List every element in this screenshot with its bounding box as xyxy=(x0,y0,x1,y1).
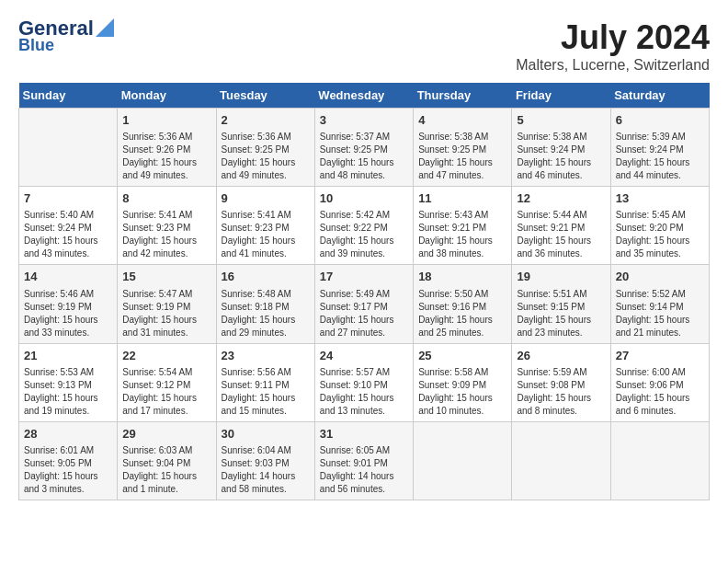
day-number: 30 xyxy=(222,426,310,442)
header-row: SundayMondayTuesdayWednesdayThursdayFrid… xyxy=(19,83,710,109)
page-header: General Blue July 2024 Malters, Lucerne,… xyxy=(18,18,710,74)
calendar-week-row: 7Sunrise: 5:40 AMSunset: 9:24 PMDaylight… xyxy=(19,187,710,265)
day-info: Sunrise: 5:46 AMSunset: 9:19 PMDaylight:… xyxy=(24,288,112,339)
day-info: Sunrise: 5:38 AMSunset: 9:25 PMDaylight:… xyxy=(418,131,506,182)
day-info: Sunrise: 5:45 AMSunset: 9:20 PMDaylight:… xyxy=(616,209,704,260)
calendar-cell: 29Sunrise: 6:03 AMSunset: 9:04 PMDayligh… xyxy=(118,421,216,500)
day-info: Sunrise: 6:00 AMSunset: 9:06 PMDaylight:… xyxy=(616,366,704,418)
calendar-cell: 7Sunrise: 5:40 AMSunset: 9:24 PMDaylight… xyxy=(19,187,118,265)
day-number: 5 xyxy=(517,112,605,129)
day-number: 29 xyxy=(122,426,210,442)
day-number: 8 xyxy=(122,190,210,207)
page-title: July 2024 xyxy=(516,18,710,57)
day-info: Sunrise: 5:52 AMSunset: 9:14 PMDaylight:… xyxy=(616,288,704,339)
calendar-cell: 8Sunrise: 5:41 AMSunset: 9:23 PMDaylight… xyxy=(118,187,216,265)
day-number: 12 xyxy=(517,190,605,207)
page-subtitle: Malters, Lucerne, Switzerland xyxy=(516,57,710,74)
day-number: 1 xyxy=(122,112,210,129)
header-cell-wednesday: Wednesday xyxy=(314,83,413,109)
day-number: 7 xyxy=(24,190,112,207)
calendar-week-row: 21Sunrise: 5:53 AMSunset: 9:13 PMDayligh… xyxy=(19,343,710,421)
day-info: Sunrise: 5:58 AMSunset: 9:09 PMDaylight:… xyxy=(418,366,506,418)
calendar-header: SundayMondayTuesdayWednesdayThursdayFrid… xyxy=(19,83,710,109)
header-cell-tuesday: Tuesday xyxy=(216,83,314,109)
calendar-cell xyxy=(414,421,512,500)
day-info: Sunrise: 5:43 AMSunset: 9:21 PMDaylight:… xyxy=(418,209,506,260)
calendar-cell: 17Sunrise: 5:49 AMSunset: 9:17 PMDayligh… xyxy=(314,265,413,343)
calendar-table: SundayMondayTuesdayWednesdayThursdayFrid… xyxy=(18,83,710,500)
calendar-cell: 27Sunrise: 6:00 AMSunset: 9:06 PMDayligh… xyxy=(610,343,709,421)
calendar-cell: 9Sunrise: 5:41 AMSunset: 9:23 PMDaylight… xyxy=(216,187,314,265)
calendar-cell xyxy=(19,109,118,187)
day-number: 19 xyxy=(517,269,605,285)
day-info: Sunrise: 5:47 AMSunset: 9:19 PMDaylight:… xyxy=(122,288,210,339)
day-number: 14 xyxy=(24,269,112,285)
calendar-cell: 28Sunrise: 6:01 AMSunset: 9:05 PMDayligh… xyxy=(19,421,118,500)
day-info: Sunrise: 5:56 AMSunset: 9:11 PMDaylight:… xyxy=(222,366,310,418)
day-number: 25 xyxy=(418,348,506,364)
day-info: Sunrise: 5:36 AMSunset: 9:25 PMDaylight:… xyxy=(222,131,310,182)
header-cell-thursday: Thursday xyxy=(414,83,512,109)
calendar-cell: 30Sunrise: 6:04 AMSunset: 9:03 PMDayligh… xyxy=(216,421,314,500)
calendar-cell: 11Sunrise: 5:43 AMSunset: 9:21 PMDayligh… xyxy=(414,187,512,265)
day-number: 22 xyxy=(122,348,210,364)
day-info: Sunrise: 6:04 AMSunset: 9:03 PMDaylight:… xyxy=(222,444,310,496)
calendar-week-row: 1Sunrise: 5:36 AMSunset: 9:26 PMDaylight… xyxy=(19,109,710,187)
calendar-cell: 15Sunrise: 5:47 AMSunset: 9:19 PMDayligh… xyxy=(118,265,216,343)
calendar-cell: 14Sunrise: 5:46 AMSunset: 9:19 PMDayligh… xyxy=(19,265,118,343)
calendar-cell: 2Sunrise: 5:36 AMSunset: 9:25 PMDaylight… xyxy=(216,109,314,187)
calendar-cell: 12Sunrise: 5:44 AMSunset: 9:21 PMDayligh… xyxy=(512,187,610,265)
day-number: 13 xyxy=(616,190,704,207)
logo-text-blue: Blue xyxy=(18,37,54,53)
calendar-cell: 19Sunrise: 5:51 AMSunset: 9:15 PMDayligh… xyxy=(512,265,610,343)
day-number: 31 xyxy=(320,426,408,442)
day-number: 9 xyxy=(222,190,310,207)
calendar-cell: 3Sunrise: 5:37 AMSunset: 9:25 PMDaylight… xyxy=(314,109,413,187)
day-info: Sunrise: 5:38 AMSunset: 9:24 PMDaylight:… xyxy=(517,131,605,182)
day-info: Sunrise: 5:40 AMSunset: 9:24 PMDaylight:… xyxy=(24,209,112,260)
day-info: Sunrise: 5:57 AMSunset: 9:10 PMDaylight:… xyxy=(320,366,408,418)
day-number: 3 xyxy=(320,112,408,129)
header-cell-saturday: Saturday xyxy=(610,83,709,109)
day-info: Sunrise: 5:36 AMSunset: 9:26 PMDaylight:… xyxy=(122,131,210,182)
day-info: Sunrise: 5:39 AMSunset: 9:24 PMDaylight:… xyxy=(616,131,704,182)
day-number: 11 xyxy=(418,190,506,207)
day-info: Sunrise: 6:01 AMSunset: 9:05 PMDaylight:… xyxy=(24,444,112,496)
day-info: Sunrise: 5:44 AMSunset: 9:21 PMDaylight:… xyxy=(517,209,605,260)
day-info: Sunrise: 6:03 AMSunset: 9:04 PMDaylight:… xyxy=(122,444,210,496)
day-info: Sunrise: 5:48 AMSunset: 9:18 PMDaylight:… xyxy=(222,288,310,339)
calendar-cell: 21Sunrise: 5:53 AMSunset: 9:13 PMDayligh… xyxy=(19,343,118,421)
day-info: Sunrise: 5:49 AMSunset: 9:17 PMDaylight:… xyxy=(320,288,408,339)
day-number: 18 xyxy=(418,269,506,285)
day-number: 17 xyxy=(320,269,408,285)
svg-marker-0 xyxy=(96,18,114,37)
calendar-cell: 24Sunrise: 5:57 AMSunset: 9:10 PMDayligh… xyxy=(314,343,413,421)
logo: General Blue xyxy=(18,18,114,53)
day-info: Sunrise: 5:41 AMSunset: 9:23 PMDaylight:… xyxy=(122,209,210,260)
day-number: 4 xyxy=(418,112,506,129)
day-number: 6 xyxy=(616,112,704,129)
day-info: Sunrise: 5:50 AMSunset: 9:16 PMDaylight:… xyxy=(418,288,506,339)
day-number: 28 xyxy=(24,426,112,442)
day-number: 2 xyxy=(222,112,310,129)
day-number: 23 xyxy=(222,348,310,364)
calendar-cell: 1Sunrise: 5:36 AMSunset: 9:26 PMDaylight… xyxy=(118,109,216,187)
calendar-cell: 23Sunrise: 5:56 AMSunset: 9:11 PMDayligh… xyxy=(216,343,314,421)
calendar-body: 1Sunrise: 5:36 AMSunset: 9:26 PMDaylight… xyxy=(19,109,710,500)
day-info: Sunrise: 5:51 AMSunset: 9:15 PMDaylight:… xyxy=(517,288,605,339)
day-info: Sunrise: 5:37 AMSunset: 9:25 PMDaylight:… xyxy=(320,131,408,182)
day-info: Sunrise: 5:41 AMSunset: 9:23 PMDaylight:… xyxy=(222,209,310,260)
calendar-week-row: 14Sunrise: 5:46 AMSunset: 9:19 PMDayligh… xyxy=(19,265,710,343)
calendar-cell xyxy=(610,421,709,500)
day-number: 10 xyxy=(320,190,408,207)
header-cell-friday: Friday xyxy=(512,83,610,109)
day-info: Sunrise: 5:54 AMSunset: 9:12 PMDaylight:… xyxy=(122,366,210,418)
day-info: Sunrise: 5:53 AMSunset: 9:13 PMDaylight:… xyxy=(24,366,112,418)
calendar-cell: 26Sunrise: 5:59 AMSunset: 9:08 PMDayligh… xyxy=(512,343,610,421)
day-number: 15 xyxy=(122,269,210,285)
calendar-week-row: 28Sunrise: 6:01 AMSunset: 9:05 PMDayligh… xyxy=(19,421,710,500)
header-cell-monday: Monday xyxy=(118,83,216,109)
day-number: 24 xyxy=(320,348,408,364)
calendar-cell: 31Sunrise: 6:05 AMSunset: 9:01 PMDayligh… xyxy=(314,421,413,500)
calendar-cell: 5Sunrise: 5:38 AMSunset: 9:24 PMDaylight… xyxy=(512,109,610,187)
